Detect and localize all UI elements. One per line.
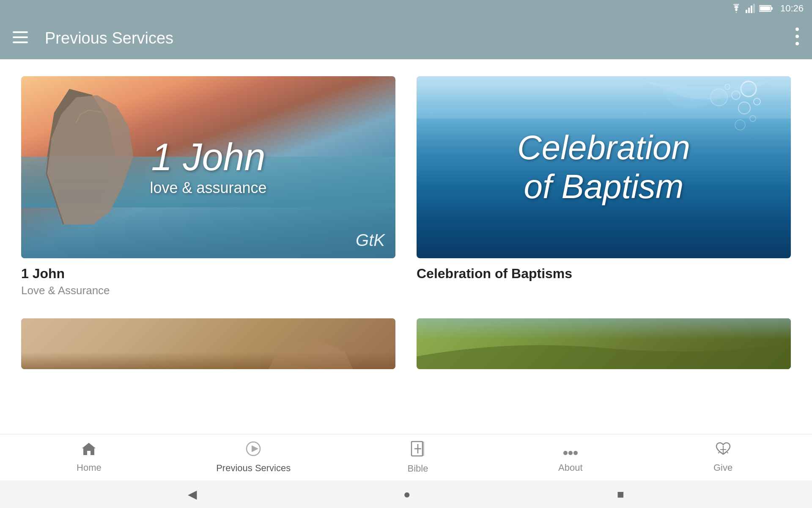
nav-home-label: Home <box>77 462 102 473</box>
card-1john-main-text: 1 John <box>77 136 340 178</box>
svg-point-19 <box>750 116 756 121</box>
previous-services-icon <box>245 441 262 460</box>
svg-point-28 <box>568 451 573 455</box>
nav-about-label: About <box>558 462 583 473</box>
partial-cards-row <box>21 318 791 369</box>
page-title: Previous Services <box>45 29 795 47</box>
main-content: 1 John love & assurance GtK 1 John Love … <box>0 59 812 453</box>
partial-card-2-bg <box>417 318 791 369</box>
hamburger-menu-icon[interactable] <box>13 31 28 45</box>
give-icon <box>715 442 731 460</box>
system-nav-bar: ◀ ● ■ <box>0 480 812 508</box>
nav-item-give[interactable]: Give <box>698 442 749 473</box>
card-logo: GtK <box>356 231 385 250</box>
card-1john-title: 1 John <box>21 266 395 282</box>
svg-rect-0 <box>746 10 747 13</box>
wifi-icon <box>730 4 742 13</box>
partial-card-2[interactable] <box>417 318 791 369</box>
svg-rect-5 <box>771 7 773 10</box>
svg-point-15 <box>754 98 760 105</box>
nav-bible-label: Bible <box>408 463 428 474</box>
card-1john-sub-text: love & assurance <box>77 178 340 198</box>
status-time: 10:26 <box>780 3 804 14</box>
battery-icon <box>759 5 773 12</box>
svg-rect-6 <box>760 6 770 11</box>
recent-button[interactable]: ■ <box>617 488 624 501</box>
svg-rect-26 <box>422 442 424 456</box>
status-bar: 10:26 <box>0 0 812 17</box>
bible-icon <box>411 441 425 461</box>
signal-icon <box>746 4 756 13</box>
svg-rect-3 <box>753 4 755 13</box>
about-icon <box>563 442 578 460</box>
card-1john-image: 1 John love & assurance GtK <box>21 76 395 258</box>
partial-card-1-bg <box>21 318 395 369</box>
card-1john-subtitle: Love & Assurance <box>21 284 395 297</box>
partial-card-1[interactable] <box>21 318 395 369</box>
nav-previous-services-label: Previous Services <box>216 463 291 474</box>
hill-svg <box>417 335 791 369</box>
svg-point-10 <box>796 28 799 31</box>
status-icons: 10:26 <box>730 3 804 14</box>
card-1john-text-overlay: 1 John love & assurance <box>77 136 340 198</box>
card-baptism-image: Celebrationof Baptism <box>417 76 791 258</box>
back-button[interactable]: ◀ <box>188 487 197 501</box>
nav-give-label: Give <box>713 462 732 473</box>
cards-grid: 1 John love & assurance GtK 1 John Love … <box>21 76 791 297</box>
nav-item-about[interactable]: About <box>545 442 596 473</box>
card-baptism[interactable]: Celebrationof Baptism Celebration of Bap… <box>417 76 791 297</box>
card-baptism-title: Celebration of Baptisms <box>417 266 791 282</box>
svg-point-29 <box>573 451 578 455</box>
nav-item-home[interactable]: Home <box>63 442 114 473</box>
svg-point-12 <box>796 42 799 45</box>
svg-point-16 <box>738 102 750 114</box>
bottom-nav: Home Previous Services Bible <box>0 434 812 480</box>
nav-item-previous-services[interactable]: Previous Services <box>216 441 291 474</box>
app-bar: Previous Services <box>0 17 812 59</box>
robe-svg <box>269 318 353 369</box>
nav-item-bible[interactable]: Bible <box>392 441 443 474</box>
svg-rect-8 <box>13 36 28 38</box>
svg-rect-2 <box>751 6 752 13</box>
card-baptism-main-text: Celebrationof Baptism <box>464 128 744 206</box>
card-1john[interactable]: 1 John love & assurance GtK 1 John Love … <box>21 76 395 297</box>
svg-point-11 <box>796 35 799 38</box>
svg-rect-9 <box>13 41 28 43</box>
svg-rect-7 <box>13 31 28 33</box>
card-baptism-text-overlay: Celebrationof Baptism <box>464 128 744 206</box>
home-icon <box>81 442 96 460</box>
more-options-icon[interactable] <box>795 27 799 49</box>
home-button[interactable]: ● <box>403 488 411 501</box>
svg-point-27 <box>563 451 568 455</box>
svg-rect-1 <box>748 8 750 13</box>
svg-marker-22 <box>252 445 258 452</box>
